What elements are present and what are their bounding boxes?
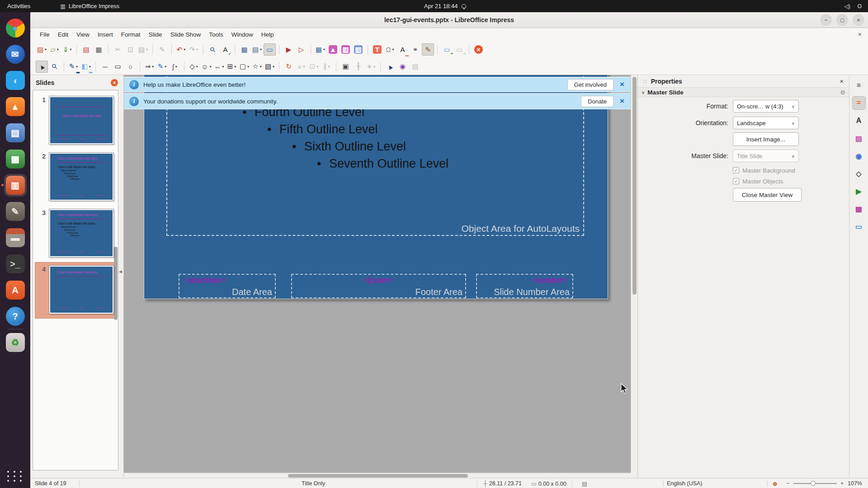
zoom-percent[interactable]: 107%	[848, 480, 862, 487]
menu-view[interactable]: View	[72, 29, 94, 40]
dropdown-arrow-icon[interactable]: ▾	[303, 65, 305, 69]
slide-thumbnail-3[interactable]: Click to edit Master title style Click t…	[49, 209, 113, 257]
dropdown-arrow-icon[interactable]: ▾	[57, 47, 59, 52]
dropdown-arrow-icon[interactable]: ▾	[196, 65, 198, 69]
section-settings-gear-icon[interactable]: ⚙	[840, 89, 845, 96]
dock-vscode[interactable]: ‹	[4, 69, 27, 92]
clock-menu[interactable]: Apr 21 18:44	[424, 3, 466, 9]
format-select[interactable]: On-scre… w (4:3) ∨	[733, 100, 799, 113]
sidebar-menu-icon[interactable]: ≡	[852, 79, 866, 92]
menu-window[interactable]: Window	[227, 29, 257, 40]
dock-impress[interactable]: ▥	[4, 174, 27, 197]
activities-button[interactable]: Activities	[7, 3, 30, 9]
find-replace-button[interactable]: ⚲	[207, 43, 219, 56]
stars-banners-button[interactable]: ☆ ▾	[251, 61, 263, 73]
dock-files[interactable]: ▬	[4, 226, 27, 249]
dropdown-arrow-icon[interactable]: ▾	[152, 65, 154, 69]
horizontal-scrollbar-thumb[interactable]	[288, 474, 468, 478]
master-objects-checkbox[interactable]: ✓	[733, 178, 739, 184]
ellipse-button[interactable]: ○	[124, 61, 137, 73]
vertical-scrollbar-thumb[interactable]	[632, 77, 637, 295]
distribute-button[interactable]: ∥ ▾	[321, 61, 333, 73]
zoom-in-button[interactable]: +	[840, 480, 844, 487]
open-file-button[interactable]: ▱ ▾	[48, 43, 61, 56]
align-objects-button[interactable]: ≡ ▾	[295, 61, 307, 73]
cut-button[interactable]: ✂	[112, 43, 124, 56]
display-grid-button[interactable]: ▦	[238, 43, 250, 56]
dropdown-arrow-icon[interactable]: ▾	[45, 47, 47, 52]
properties-close-icon[interactable]: ×	[840, 77, 844, 85]
menu-slide-show[interactable]: Slide Show	[166, 29, 205, 40]
slide-item-1[interactable]: 1 Click to edit Master title style	[33, 96, 118, 147]
3d-objects-button[interactable]: ▧ ▾	[264, 61, 276, 73]
dock-calc[interactable]: ▦	[4, 148, 27, 170]
zoom-slider-thumb[interactable]	[811, 481, 816, 486]
menu-help[interactable]: Help	[257, 29, 278, 40]
dropdown-arrow-icon[interactable]: ▾	[165, 65, 166, 69]
dropdown-arrow-icon[interactable]: ▾	[184, 47, 185, 52]
dropdown-arrow-icon[interactable]: ▾	[196, 47, 198, 52]
dock-vlc[interactable]: ▲	[4, 95, 27, 118]
rotate-button[interactable]: ↻	[283, 61, 295, 73]
dropdown-arrow-icon[interactable]: ▾	[323, 47, 325, 52]
dock-chrome[interactable]: ●	[4, 17, 27, 39]
insert-image-button[interactable]: ▲	[327, 43, 339, 56]
slide-item-4-selected[interactable]: 4 Click to edit Master title style	[33, 266, 118, 316]
notification-close-icon[interactable]: ×	[620, 80, 624, 89]
slides-panel-close-icon[interactable]: ×	[111, 79, 118, 86]
dropdown-arrow-icon[interactable]: ▾	[316, 65, 318, 69]
special-character-button[interactable]: Ω ▾	[384, 43, 396, 56]
dock-writer[interactable]: ▤	[4, 122, 27, 144]
insert-text-box-button[interactable]: T	[371, 43, 383, 56]
slide-thumbnail-2[interactable]: Click to edit Master title style Click t…	[49, 153, 113, 201]
gluepoints-button[interactable]: ◉	[396, 61, 409, 73]
to-3d-button[interactable]: ▧	[409, 61, 421, 73]
master-slide-section-header[interactable]: ∨ Master Slide ⚙	[638, 87, 849, 97]
start-from-first-slide-button[interactable]: ▶	[283, 43, 295, 56]
language-status[interactable]: English (USA)	[667, 480, 703, 487]
undo-button[interactable]: ↶ ▾	[175, 43, 187, 56]
spelling-button[interactable]: A ✓	[219, 43, 231, 56]
start-from-current-slide-button[interactable]: ▷	[295, 43, 307, 56]
menu-slide[interactable]: Slide	[145, 29, 166, 40]
select-tool-button[interactable]: ▲	[36, 61, 48, 73]
dropdown-arrow-icon[interactable]: ▾	[146, 47, 148, 52]
slide-thumbnail-4[interactable]: Click to edit Master title style	[49, 266, 113, 314]
flowchart-button[interactable]: ⊞ ▾	[226, 61, 238, 73]
volume-icon[interactable]: ◁)	[844, 3, 850, 9]
dock-gimp[interactable]: ✎	[4, 200, 27, 223]
slide-thumbnail-1[interactable]: Click to edit Master title style	[49, 96, 113, 144]
dropdown-arrow-icon[interactable]: ▾	[234, 65, 236, 69]
vertical-scrollbar[interactable]	[631, 75, 637, 473]
insert-image-button[interactable]: Insert Image...	[733, 132, 799, 146]
dock-thunderbird[interactable]: ✉	[4, 43, 27, 66]
tab-master-slides[interactable]: ▭	[852, 220, 866, 233]
donate-button[interactable]: Donate	[581, 96, 613, 107]
slides-scrollbar[interactable]	[114, 247, 118, 320]
dropdown-arrow-icon[interactable]: ▾	[260, 47, 262, 52]
new-slide-button[interactable]: ▭ +	[441, 43, 453, 56]
dropdown-arrow-icon[interactable]: ▾	[76, 65, 78, 69]
tab-slide-transition[interactable]: ▶	[852, 184, 866, 198]
basic-shapes-button[interactable]: ◇ ▾	[188, 61, 200, 73]
tab-shapes[interactable]: ◇	[852, 167, 866, 180]
crop-image-button[interactable]: ╂	[352, 61, 364, 73]
focused-app-indicator[interactable]: ▥ LibreOffice Impress	[60, 3, 119, 9]
section-collapse-icon[interactable]: ∨	[642, 90, 645, 95]
drag-handle-icon[interactable]: ∷	[643, 78, 647, 84]
copy-button[interactable]: ⊡	[124, 43, 137, 56]
fill-color-button[interactable]: ◧ ▂ ▾	[80, 61, 92, 73]
window-close-button[interactable]: ×	[853, 14, 864, 26]
lines-and-arrows-button[interactable]: ⇒ ▾	[143, 61, 156, 73]
rectangle-button[interactable]: ▭	[112, 61, 124, 73]
tab-navigator[interactable]: ◉	[852, 149, 866, 163]
menu-tools[interactable]: Tools	[205, 29, 227, 40]
display-views-button[interactable]: ▤ ▾	[251, 43, 263, 56]
menu-file[interactable]: File	[36, 29, 54, 40]
zoom-pan-button[interactable]: ⚲	[48, 61, 61, 73]
menu-edit[interactable]: Edit	[54, 29, 72, 40]
dropdown-arrow-icon[interactable]: ▾	[247, 65, 249, 69]
dropdown-arrow-icon[interactable]: ▾	[70, 47, 71, 52]
horizontal-scrollbar[interactable]	[124, 473, 631, 478]
dropdown-arrow-icon[interactable]: ▾	[222, 65, 224, 69]
